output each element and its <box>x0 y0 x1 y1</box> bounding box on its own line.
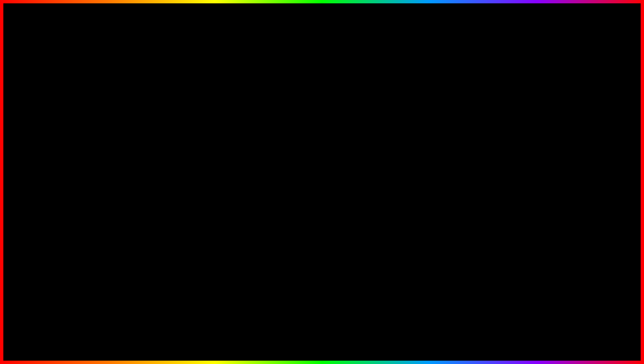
kl-right-checkbox-0[interactable] <box>215 141 219 146</box>
svg-point-7 <box>518 94 526 102</box>
kl-right-section: ||-- Quest Farm --| Auto New World <box>212 131 308 213</box>
kl-checkbox-row-5: Auto Farm Select Monster (Quest) <box>119 172 209 176</box>
main-farming-title: ||-- Main Farming --| <box>119 134 209 139</box>
type-farm-label: Type Farm <box>99 92 242 97</box>
svg-rect-10 <box>566 92 583 99</box>
game-card-stats: 👍 91% 👤 39.7K <box>512 176 591 181</box>
kl-checkbox-label-1: Auto Farm Level (No Quest) <box>125 148 171 152</box>
game-card-name: King Legacy <box>512 168 591 175</box>
kl-tab-teleport[interactable]: Teleport <box>211 123 235 131</box>
list-icon: ≡ <box>121 165 123 169</box>
card-logo: KING LEGACY <box>538 142 565 158</box>
kl-panel: Windows - King Legacy [New World] ⬤ Home… <box>115 112 309 215</box>
stat-players: 👤 39.7K <box>531 176 549 181</box>
kl-divider <box>119 154 209 154</box>
main-panel-brand: King Legacy <box>58 79 93 86</box>
bottom-update: UPDATE <box>107 320 236 357</box>
kl-right-checkbox-label-0: Auto New World <box>221 142 247 146</box>
dropdown-value: Above <box>103 102 116 107</box>
svg-point-11 <box>567 99 582 111</box>
bottom-version: 4.6 <box>241 320 285 357</box>
kl-content: ||-- Main Farming --| Auto Farm Level (Q… <box>116 131 308 213</box>
players-icon: 👤 <box>531 176 536 181</box>
bottom-text: UPDATE 4.6 SCRIPT PASTEBIN <box>107 320 537 357</box>
kl-section-title-3: ||-- Auto Farm Select Monster --| <box>119 156 209 161</box>
kl-tab-stat-player[interactable]: Stat Player <box>182 123 211 131</box>
page-title: KING LEGACY <box>128 5 516 64</box>
setting-subpanel-title: Main Setting <box>103 80 135 86</box>
kl-checkbox-1[interactable] <box>119 147 123 152</box>
svg-rect-8 <box>517 103 527 108</box>
kl-panel-title: Windows - King Legacy [New World] <box>119 115 190 120</box>
chevron-down-icon: ▼ <box>233 102 237 107</box>
kl-select-row-4[interactable]: ≡Select Monster <box>119 163 209 170</box>
kl-checkbox-row-0: Auto Farm Level (Quest) <box>119 141 209 146</box>
svg-point-15 <box>577 102 579 104</box>
kl-tab-farming[interactable]: Farming <box>158 123 183 131</box>
likes-value: 91% <box>518 176 527 181</box>
kl-tab-config[interactable]: Config <box>138 123 158 131</box>
setting-subpanel-header: # Main Setting — ✕ <box>99 80 242 86</box>
minimize-button[interactable]: — <box>229 81 234 86</box>
svg-point-14 <box>570 102 572 104</box>
kl-tabs: HomeConfigFarmingStat PlayerTeleportShop… <box>116 123 308 131</box>
kl-tab-home[interactable]: Home <box>118 123 138 131</box>
bottom-pastebin: PASTEBIN <box>399 325 537 356</box>
kl-left-section: ||-- Main Farming --| Auto Farm Level (Q… <box>116 131 212 213</box>
kl-tab-raid-&-co[interactable]: Raid & Co <box>253 123 280 131</box>
kl-checkbox-0[interactable] <box>119 141 123 146</box>
kl-panel-header: Windows - King Legacy [New World] ⬤ <box>116 113 308 123</box>
kl-tab-shop[interactable]: Shop <box>235 123 253 131</box>
kl-select-label-4: Select Monster <box>125 165 150 169</box>
game-card-info: [UPDATE 4.65] King Legacy 👍 91% 👤 39.7K <box>508 160 595 184</box>
game-card-update: [UPDATE 4.65] <box>512 162 591 168</box>
close-button[interactable]: ✕ <box>237 81 242 86</box>
quest-farm-title: ||-- Quest Farm --| <box>215 134 305 139</box>
kl-checkbox-5[interactable] <box>119 172 123 176</box>
type-farm-dropdown[interactable]: Above ▼ <box>99 99 242 110</box>
game-card-image: KING LEGACY <box>508 86 595 160</box>
discord-icon: ⬤ <box>298 115 304 121</box>
hash-icon: # <box>99 81 101 86</box>
svg-rect-16 <box>570 113 580 125</box>
kl-checkbox-row-1: Auto Farm Level (No Quest) <box>119 147 209 152</box>
stat-likes: 👍 91% <box>512 176 527 181</box>
game-card: KING LEGACY [UPDATE 4.65] King Legacy 👍 … <box>507 85 596 194</box>
kl-checkbox-label-6: Auto Farm Select Monster (No Quest) <box>125 178 187 182</box>
kl-checkbox-row-6: Auto Farm Select Monster (No Quest) <box>119 178 209 182</box>
kl-checkbox-label-5: Auto Farm Select Monster (Quest) <box>125 172 181 176</box>
players-value: 39.7K <box>538 176 549 181</box>
kl-checkbox-label-0: Auto Farm Level (Quest) <box>125 142 165 146</box>
kl-right-checkbox-row-0: Auto New World <box>215 141 305 146</box>
kl-checkbox-6[interactable] <box>119 178 123 182</box>
bottom-script: SCRIPT <box>291 325 393 356</box>
thumbs-up-icon: 👍 <box>512 176 517 181</box>
